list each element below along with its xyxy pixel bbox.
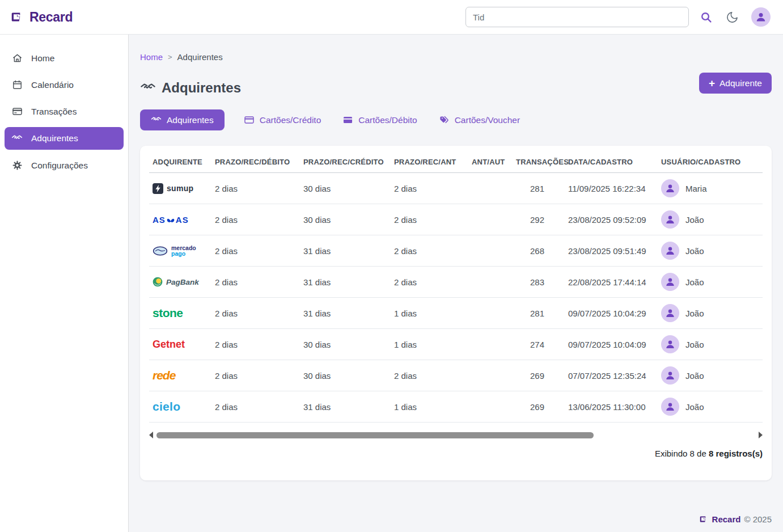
- recard-logo-icon: [10, 10, 25, 24]
- sidebar-item-label: Transações: [31, 107, 77, 117]
- credit-card-filled-icon: [342, 115, 353, 125]
- home-icon: [11, 53, 23, 64]
- page-title: Adquirentes: [140, 80, 241, 96]
- table-row: sumup 2 dias 30 dias 2 dias 281 11/09/20…: [149, 173, 763, 204]
- user-cell: João: [661, 398, 759, 416]
- scroll-right-arrow-icon[interactable]: [759, 432, 763, 438]
- user-cell: João: [661, 335, 759, 353]
- table-row: stone 2 dias 31 dias 1 dias 281 09/07/20…: [149, 298, 763, 329]
- scroll-left-arrow-icon[interactable]: [149, 432, 153, 438]
- col-usuario-cadastro: USUÁRIO/CADASTRO: [658, 149, 763, 173]
- recard-logo-icon: [699, 514, 709, 524]
- user-cell: João: [661, 242, 759, 260]
- horizontal-scrollbar[interactable]: [149, 432, 763, 438]
- user-menu-button[interactable]: [749, 5, 773, 29]
- table-row: PagBank 2 dias 31 dias 2 dias 283 22/08/…: [149, 267, 763, 298]
- cielo-logo: cielo: [153, 400, 180, 413]
- table-row: Getnet 2 dias 30 dias 1 dias 274 09/07/2…: [149, 329, 763, 360]
- plus-icon: +: [709, 78, 715, 88]
- user-cell: João: [661, 366, 759, 385]
- col-prazo-rec-ant: PRAZO/REC/ANT: [391, 149, 468, 173]
- breadcrumb-current: Adquirentes: [177, 52, 223, 62]
- tags-icon: [439, 115, 450, 125]
- pagbank-logo: PagBank: [153, 277, 208, 287]
- asaas-butterfly-icon: [166, 217, 175, 225]
- adquirentes-table-card: ADQUIRENTE PRAZO/REC/DÉBITO PRAZO/REC/CR…: [140, 146, 772, 480]
- sidebar-item-adquirentes[interactable]: Adquirentes: [5, 127, 124, 150]
- user-avatar-icon: [661, 242, 679, 260]
- search-button[interactable]: [697, 8, 716, 27]
- credit-card-icon: [11, 106, 23, 117]
- sidebar: Home Calendário Transaçõe: [0, 35, 129, 532]
- adquirentes-table: ADQUIRENTE PRAZO/REC/DÉBITO PRAZO/REC/CR…: [149, 149, 763, 423]
- page-footer: Recard © 2025: [140, 509, 772, 532]
- sidebar-item-label: Home: [31, 53, 54, 64]
- user-avatar-icon: [661, 179, 679, 197]
- credit-card-icon: [244, 115, 255, 125]
- handshake-icon: [151, 115, 162, 125]
- dark-mode-toggle[interactable]: [723, 9, 741, 26]
- user-cell: João: [661, 304, 759, 322]
- getnet-logo: Getnet: [153, 339, 185, 350]
- sidebar-item-label: Calendário: [31, 80, 74, 90]
- sidebar-item-configuracoes[interactable]: Configurações: [5, 154, 124, 176]
- tab-cartoes-debito[interactable]: Cartões/Débito: [340, 109, 419, 130]
- user-cell: Maria: [661, 179, 759, 197]
- user-avatar-icon: [661, 335, 679, 353]
- gear-icon: [11, 160, 23, 171]
- col-adquirente: ADQUIRENTE: [149, 149, 211, 173]
- table-row: cielo 2 dias 31 dias 1 dias 269 13/06/20…: [149, 391, 763, 423]
- user-cell: João: [661, 273, 759, 291]
- main-content: Home > Adquirentes Adquirentes + Adquire…: [129, 35, 783, 532]
- footer-brand: Recard: [712, 514, 741, 524]
- user-cell: João: [661, 210, 759, 229]
- sumup-logo: sumup: [153, 183, 208, 194]
- tab-adquirentes[interactable]: Adquirentes: [140, 109, 225, 130]
- title-row: Adquirentes + Adquirente: [140, 73, 772, 96]
- asaas-logo: AS AS: [153, 215, 208, 225]
- col-prazo-rec-debito: PRAZO/REC/DÉBITO: [211, 149, 300, 173]
- scrollbar-track[interactable]: [156, 432, 755, 438]
- table-row: AS AS 2 dias 30 dias 2 dias: [149, 204, 763, 235]
- brand-name: Recard: [29, 10, 73, 25]
- user-avatar-icon: [661, 304, 679, 322]
- tab-cartoes-credito[interactable]: Cartões/Crédito: [242, 109, 324, 130]
- col-prazo-rec-credito: PRAZO/REC/CRÉDITO: [300, 149, 391, 173]
- rede-logo: rede: [153, 369, 175, 382]
- moon-icon: [726, 11, 739, 24]
- table-row: rede 2 dias 30 dias 2 dias 269 07/07/202…: [149, 360, 763, 391]
- sidebar-item-label: Adquirentes: [31, 133, 78, 143]
- table-header-row: ADQUIRENTE PRAZO/REC/DÉBITO PRAZO/REC/CR…: [149, 149, 763, 173]
- handshake-icon: [140, 80, 156, 96]
- handshake-icon: [11, 133, 23, 144]
- table-row: mercado pago 2 dias 31 dias 2 dias 268 2…: [149, 235, 763, 267]
- sidebar-item-home[interactable]: Home: [5, 47, 124, 69]
- search-icon: [699, 10, 713, 24]
- app-header: Recard: [0, 0, 783, 35]
- breadcrumb: Home > Adquirentes: [140, 52, 772, 62]
- sidebar-item-transacoes[interactable]: Transações: [5, 100, 124, 123]
- user-avatar-icon: [751, 7, 771, 27]
- col-data-cadastro: DATA/CADASTRO: [565, 149, 658, 173]
- user-avatar-icon: [661, 210, 679, 229]
- sidebar-item-calendario[interactable]: Calendário: [5, 74, 124, 96]
- user-avatar-icon: [661, 366, 679, 385]
- records-summary: Exibindo 8 de 8 registros(s): [149, 449, 763, 468]
- col-transacoes: TRANSAÇÕES: [513, 149, 565, 173]
- col-ant-aut: ANT/AUT: [468, 149, 513, 173]
- user-avatar-icon: [661, 273, 679, 291]
- scrollbar-thumb[interactable]: [156, 432, 594, 438]
- sidebar-item-label: Configurações: [31, 161, 88, 171]
- user-avatar-icon: [661, 398, 679, 416]
- mercado-pago-logo: mercado pago: [153, 245, 208, 257]
- breadcrumb-separator: >: [168, 53, 172, 61]
- footer-copyright: © 2025: [744, 514, 772, 524]
- breadcrumb-home-link[interactable]: Home: [140, 52, 163, 62]
- tabs: Adquirentes Cartões/Crédito: [140, 109, 772, 130]
- stone-logo: stone: [153, 306, 183, 319]
- tab-cartoes-voucher[interactable]: Cartões/Voucher: [437, 109, 522, 130]
- add-adquirente-button[interactable]: + Adquirente: [699, 73, 772, 94]
- search-input[interactable]: [465, 7, 689, 27]
- brand-logo[interactable]: Recard: [10, 10, 73, 25]
- calendar-icon: [11, 79, 23, 90]
